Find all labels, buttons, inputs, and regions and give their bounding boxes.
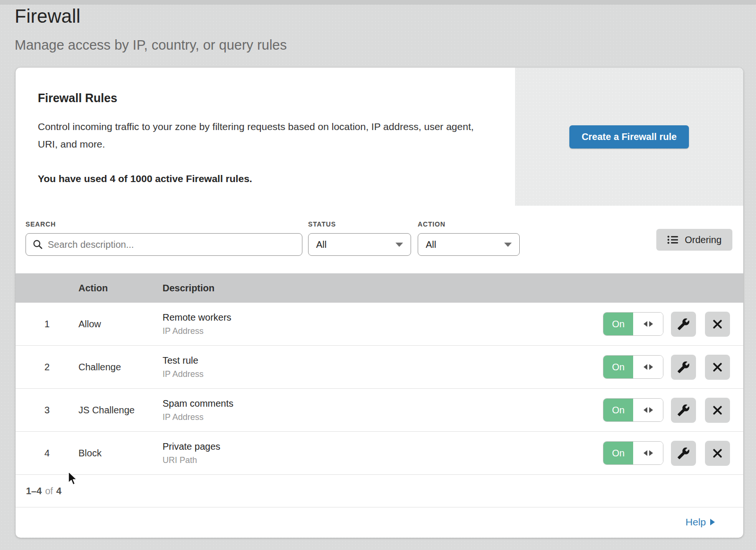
- search-icon: [33, 239, 43, 250]
- rules-table-body: 1 Allow Remote workers IP Address On: [16, 303, 743, 475]
- rule-enabled-toggle[interactable]: On: [603, 355, 663, 379]
- action-label: ACTION: [418, 220, 520, 228]
- ordered-list-icon: [667, 235, 679, 244]
- help-link-label: Help: [686, 516, 706, 528]
- table-header: Action Description: [16, 273, 743, 303]
- rule-row: 4 Block Private pages URI Path On: [16, 432, 743, 475]
- toggle-arrows-icon: [633, 313, 663, 335]
- rule-description: Private pages: [163, 441, 603, 452]
- status-select-value: All: [316, 239, 326, 250]
- rule-description-cell: Spam comments IP Address: [163, 398, 603, 422]
- rule-enabled-toggle[interactable]: On: [603, 312, 663, 336]
- section-description: Control incoming traffic to your zone by…: [38, 118, 487, 153]
- rule-description: Spam comments: [163, 398, 603, 409]
- wrench-icon: [677, 361, 690, 374]
- status-select[interactable]: All: [308, 233, 411, 256]
- firewall-rules-card: Firewall Rules Control incoming traffic …: [16, 68, 743, 538]
- pagination: 1–4 of 4: [16, 475, 743, 507]
- rule-controls: On: [603, 355, 743, 380]
- action-select-value: All: [426, 239, 436, 250]
- x-icon: [712, 404, 723, 416]
- rule-action: Allow: [78, 319, 163, 330]
- window-top-edge: [0, 0, 756, 5]
- toggle-arrows-icon: [633, 356, 663, 378]
- x-icon: [712, 318, 723, 330]
- rule-description-cell: Test rule IP Address: [163, 355, 603, 379]
- rule-controls: On: [603, 312, 743, 337]
- rule-match-type: URI Path: [163, 455, 603, 465]
- action-filter: ACTION All: [418, 220, 520, 256]
- firewall-page: Firewall Manage access by IP, country, o…: [0, 0, 756, 550]
- search-filter: SEARCH: [26, 220, 302, 256]
- rule-priority: 2: [16, 362, 78, 373]
- wrench-icon: [677, 404, 690, 417]
- help-row: Help: [16, 507, 743, 537]
- search-label: SEARCH: [26, 220, 302, 228]
- overview-section: Firewall Rules Control incoming traffic …: [16, 68, 743, 206]
- pagination-total: 4: [56, 486, 61, 497]
- rule-priority: 4: [16, 448, 78, 459]
- delete-rule-button[interactable]: [705, 355, 730, 380]
- chevron-down-icon: [395, 243, 403, 247]
- search-input-wrapper: [26, 233, 302, 256]
- chevron-down-icon: [504, 243, 512, 247]
- rule-row: 2 Challenge Test rule IP Address On: [16, 346, 743, 389]
- usage-summary: You have used 4 of 1000 active Firewall …: [38, 173, 496, 184]
- section-heading: Firewall Rules: [38, 91, 496, 105]
- ordering-button[interactable]: Ordering: [656, 229, 732, 251]
- help-link[interactable]: Help: [686, 516, 715, 528]
- rule-match-type: IP Address: [163, 369, 603, 379]
- filters-section: SEARCH STATUS All ACTION: [16, 206, 743, 273]
- create-rule-panel: Create a Firewall rule: [515, 68, 743, 206]
- rule-match-type: IP Address: [163, 326, 603, 336]
- toggle-on-label: On: [603, 313, 633, 335]
- toggle-arrows-icon: [633, 399, 663, 421]
- wrench-icon: [677, 318, 690, 331]
- rule-priority: 3: [16, 405, 78, 416]
- pagination-of: of: [45, 486, 53, 497]
- edit-rule-button[interactable]: [671, 441, 696, 466]
- create-firewall-rule-button[interactable]: Create a Firewall rule: [569, 125, 689, 148]
- column-action: Action: [78, 283, 163, 294]
- rule-description-cell: Private pages URI Path: [163, 441, 603, 465]
- delete-rule-button[interactable]: [705, 441, 730, 466]
- rule-match-type: IP Address: [163, 412, 603, 422]
- pagination-range: 1–4: [26, 486, 42, 497]
- delete-rule-button[interactable]: [705, 312, 730, 337]
- rule-description: Test rule: [163, 355, 603, 366]
- page-header: Firewall Manage access by IP, country, o…: [15, 6, 287, 53]
- status-filter: STATUS All: [308, 220, 411, 256]
- delete-rule-button[interactable]: [705, 398, 730, 423]
- rule-action: Block: [78, 448, 163, 459]
- page-title: Firewall: [15, 6, 287, 27]
- wrench-icon: [677, 447, 690, 460]
- toggle-on-label: On: [603, 356, 633, 378]
- rule-action: Challenge: [78, 362, 163, 373]
- rule-priority: 1: [16, 319, 78, 330]
- rule-enabled-toggle[interactable]: On: [603, 398, 663, 422]
- rule-controls: On: [603, 398, 743, 423]
- rule-action: JS Challenge: [78, 405, 163, 416]
- edit-rule-button[interactable]: [671, 398, 696, 423]
- toggle-on-label: On: [603, 442, 633, 464]
- rule-enabled-toggle[interactable]: On: [603, 441, 663, 465]
- ordering-button-label: Ordering: [685, 235, 722, 245]
- toggle-on-label: On: [603, 399, 633, 421]
- rule-row: 3 JS Challenge Spam comments IP Address …: [16, 389, 743, 432]
- rule-description-cell: Remote workers IP Address: [163, 312, 603, 336]
- rule-row: 1 Allow Remote workers IP Address On: [16, 303, 743, 346]
- rule-controls: On: [603, 441, 743, 466]
- toggle-arrows-icon: [633, 442, 663, 464]
- overview-text: Firewall Rules Control incoming traffic …: [16, 68, 515, 206]
- x-icon: [712, 361, 723, 373]
- action-select[interactable]: All: [418, 233, 520, 256]
- x-icon: [712, 447, 723, 459]
- page-subtitle: Manage access by IP, country, or query r…: [15, 37, 287, 53]
- status-label: STATUS: [308, 220, 411, 228]
- edit-rule-button[interactable]: [671, 355, 696, 380]
- triangle-right-icon: [710, 519, 715, 525]
- search-input[interactable]: [48, 239, 295, 250]
- edit-rule-button[interactable]: [671, 312, 696, 337]
- column-description: Description: [163, 283, 743, 294]
- rule-description: Remote workers: [163, 312, 603, 323]
